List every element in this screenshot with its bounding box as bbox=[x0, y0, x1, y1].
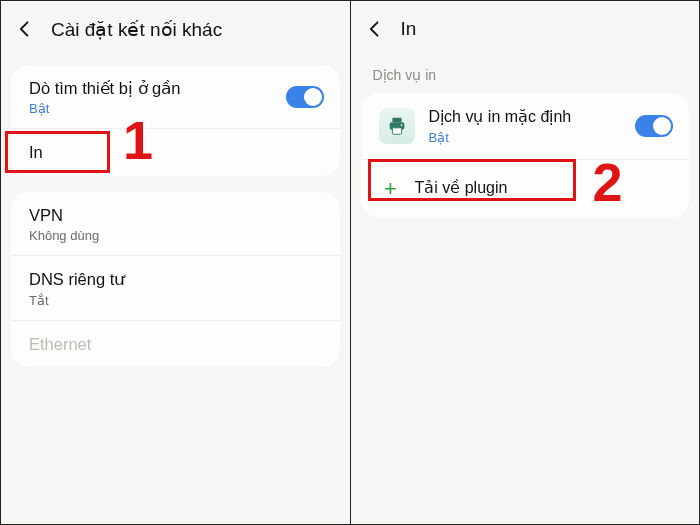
printer-icon bbox=[379, 108, 415, 144]
row-ethernet: Ethernet bbox=[11, 320, 340, 367]
settings-card-1: Dò tìm thiết bị ở gần Bật In bbox=[11, 65, 340, 176]
row-title: Tải về plugin bbox=[415, 178, 508, 199]
chevron-left-icon bbox=[365, 19, 385, 39]
row-private-dns[interactable]: DNS riêng tư Tắt bbox=[11, 255, 340, 319]
page-title: In bbox=[401, 18, 417, 40]
row-title: In bbox=[29, 142, 322, 163]
row-print[interactable]: In bbox=[11, 128, 340, 175]
row-nearby-devices[interactable]: Dò tìm thiết bị ở gần Bật bbox=[11, 65, 340, 128]
plus-icon: + bbox=[381, 176, 401, 202]
panel-right-print: In Dịch vụ in Dịch vụ in mặc định Bật + … bbox=[351, 1, 700, 524]
section-label: Dịch vụ in bbox=[351, 57, 700, 85]
row-subtitle: Không dùng bbox=[29, 228, 322, 243]
chevron-left-icon bbox=[15, 19, 35, 39]
row-download-plugin[interactable]: + Tải về plugin bbox=[361, 159, 690, 218]
panel-left-settings: Cài đặt kết nối khác Dò tìm thiết bị ở g… bbox=[1, 1, 351, 524]
row-subtitle: Tắt bbox=[29, 293, 322, 308]
toggle-nearby-devices[interactable] bbox=[286, 86, 324, 108]
header-right: In bbox=[351, 1, 700, 57]
row-subtitle: Bật bbox=[29, 101, 322, 116]
printer-glyph-icon bbox=[386, 115, 408, 137]
row-title: Dịch vụ in mặc định bbox=[429, 107, 572, 128]
row-default-print-service[interactable]: Dịch vụ in mặc định Bật bbox=[361, 93, 690, 159]
settings-card-2: VPN Không dùng DNS riêng tư Tắt Ethernet bbox=[11, 192, 340, 367]
row-title: Ethernet bbox=[29, 334, 322, 355]
row-title: Dò tìm thiết bị ở gần bbox=[29, 78, 322, 99]
row-vpn[interactable]: VPN Không dùng bbox=[11, 192, 340, 255]
row-title: DNS riêng tư bbox=[29, 269, 322, 290]
svg-rect-0 bbox=[392, 118, 401, 123]
row-title: VPN bbox=[29, 205, 322, 226]
back-button[interactable] bbox=[361, 15, 389, 43]
page-title: Cài đặt kết nối khác bbox=[51, 18, 222, 41]
print-services-card: Dịch vụ in mặc định Bật + Tải về plugin bbox=[361, 93, 690, 218]
svg-rect-2 bbox=[392, 128, 401, 134]
back-button[interactable] bbox=[11, 15, 39, 43]
toggle-default-print-service[interactable] bbox=[635, 115, 673, 137]
service-text: Dịch vụ in mặc định Bật bbox=[429, 107, 572, 145]
header-left: Cài đặt kết nối khác bbox=[1, 1, 350, 57]
svg-point-3 bbox=[400, 124, 402, 126]
row-subtitle: Bật bbox=[429, 130, 572, 145]
